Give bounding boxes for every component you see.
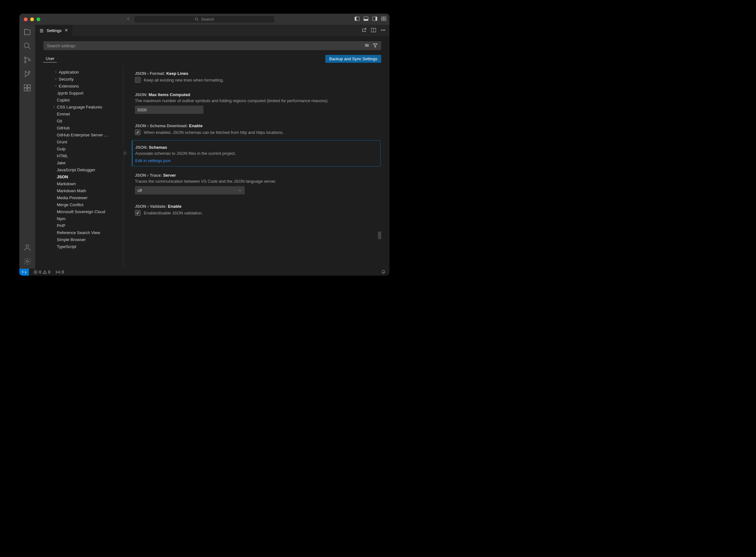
svg-rect-2 xyxy=(355,17,357,21)
svg-rect-16 xyxy=(24,85,27,88)
toggle-primary-sidebar-icon[interactable] xyxy=(355,16,360,22)
vscode-window: Search Settings xyxy=(19,13,389,276)
svg-rect-8 xyxy=(384,17,386,19)
search-icon[interactable] xyxy=(23,42,31,50)
svg-rect-6 xyxy=(375,17,377,21)
activity-bar xyxy=(19,25,35,269)
setting-json-schema-download: JSON › Schema Download: Enable When enab… xyxy=(132,119,381,138)
window-minimize-button[interactable] xyxy=(30,18,34,21)
svg-rect-9 xyxy=(382,19,383,21)
svg-point-29 xyxy=(384,29,385,30)
source-control-icon[interactable] xyxy=(23,56,31,64)
select-trace-server[interactable]: off xyxy=(135,186,245,195)
open-settings-json-icon[interactable] xyxy=(362,28,367,34)
toc-item[interactable]: Jake xyxy=(44,159,123,166)
explorer-icon[interactable] xyxy=(23,28,31,36)
toggle-panel-icon[interactable] xyxy=(363,16,368,22)
tab-close-button[interactable] xyxy=(64,28,68,33)
input-max-items[interactable] xyxy=(135,106,203,114)
svg-point-22 xyxy=(40,29,41,30)
toc-item[interactable]: Gulp xyxy=(44,145,123,152)
run-debug-icon[interactable] xyxy=(23,70,31,78)
toc-item[interactable]: JavaScript Debugger xyxy=(44,166,123,173)
tab-label: Settings xyxy=(47,28,62,33)
toc-item[interactable]: Markdown xyxy=(44,180,123,187)
search-placeholder: Search xyxy=(201,17,214,22)
toc-item-json[interactable]: JSON xyxy=(44,173,123,180)
settings-toc: Application Security Extensions .ipynb S… xyxy=(44,67,123,269)
svg-point-15 xyxy=(29,71,30,72)
error-icon xyxy=(33,270,38,274)
toc-item[interactable]: CSS Language Features xyxy=(44,104,123,110)
svg-point-14 xyxy=(29,59,30,61)
svg-rect-4 xyxy=(364,19,368,21)
search-icon xyxy=(195,17,199,22)
scrollbar-thumb[interactable] xyxy=(378,232,381,239)
extensions-icon[interactable] xyxy=(23,84,31,92)
ports-indicator[interactable]: 0 xyxy=(55,269,65,276)
window-close-button[interactable] xyxy=(24,18,28,21)
accounts-icon[interactable] xyxy=(23,243,31,252)
tab-settings[interactable]: Settings xyxy=(35,25,73,36)
toc-item[interactable]: Markdown Math xyxy=(44,187,123,194)
customize-layout-icon[interactable] xyxy=(381,16,386,22)
setting-json-trace-server: JSON › Trace: Server Traces the communic… xyxy=(132,169,381,198)
setting-json-validate: JSON › Validate: Enable Enable/disable J… xyxy=(132,200,381,219)
settings-list[interactable]: JSON › Format: Keep Lines Keep all exist… xyxy=(123,67,381,269)
toc-item[interactable]: Merge Conflict xyxy=(44,201,123,208)
nav-back-button[interactable] xyxy=(126,16,131,22)
toc-item[interactable]: Grunt xyxy=(44,138,123,145)
svg-rect-17 xyxy=(28,85,30,88)
more-actions-icon[interactable] xyxy=(381,28,386,34)
toc-item[interactable]: Copilot xyxy=(44,96,123,104)
filter-icon[interactable] xyxy=(373,43,378,49)
svg-point-0 xyxy=(196,18,198,20)
command-center-search[interactable]: Search xyxy=(134,16,275,23)
svg-point-23 xyxy=(42,30,43,31)
svg-point-21 xyxy=(26,260,29,263)
toc-item[interactable]: GitHub xyxy=(44,124,123,131)
toc-item[interactable]: TypeScript xyxy=(44,243,123,250)
toc-item[interactable]: Microsoft Sovereign Cloud xyxy=(44,208,123,215)
toc-item[interactable]: Reference Search View xyxy=(44,229,123,236)
status-bar: 0 0 0 xyxy=(19,269,389,276)
toc-security[interactable]: Security xyxy=(44,76,123,83)
toc-item[interactable]: Media Previewer xyxy=(44,194,123,201)
toc-item[interactable]: Git xyxy=(44,117,123,124)
toc-item[interactable]: .ipynb Support xyxy=(44,89,123,96)
checkbox-validate[interactable] xyxy=(135,210,141,216)
toc-item[interactable]: HTML xyxy=(44,152,123,159)
remote-indicator[interactable] xyxy=(19,269,29,276)
toc-item[interactable]: PHP xyxy=(44,222,123,229)
setting-gear-icon[interactable] xyxy=(123,150,127,156)
toc-item[interactable]: Emmet xyxy=(44,110,123,117)
svg-point-27 xyxy=(381,29,382,30)
toc-extensions[interactable]: Extensions xyxy=(44,83,123,89)
settings-tab-icon xyxy=(39,28,44,33)
svg-point-20 xyxy=(26,244,29,247)
toggle-secondary-sidebar-icon[interactable] xyxy=(372,16,377,22)
svg-point-30 xyxy=(124,152,125,153)
toc-application[interactable]: Application xyxy=(44,68,123,76)
svg-point-12 xyxy=(24,57,26,59)
problems-indicator[interactable]: 0 0 xyxy=(32,269,51,276)
split-editor-icon[interactable] xyxy=(371,28,376,34)
toc-item[interactable]: Npm xyxy=(44,215,123,222)
window-maximize-button[interactable] xyxy=(36,18,40,21)
notifications-bell-icon[interactable] xyxy=(381,270,386,275)
svg-point-24 xyxy=(41,32,41,32)
clear-search-icon[interactable] xyxy=(364,43,369,49)
manage-gear-icon[interactable] xyxy=(23,257,31,265)
checkbox-keep-lines[interactable] xyxy=(135,77,141,83)
edit-in-settings-json-link[interactable]: Edit in settings.json xyxy=(135,158,377,163)
backup-sync-button[interactable]: Backup and Sync Settings xyxy=(325,55,381,63)
scope-tab-user[interactable]: User xyxy=(43,55,57,62)
toc-item[interactable]: GitHub Enterprise Server … xyxy=(44,131,123,138)
svg-rect-7 xyxy=(382,17,383,19)
chevron-down-icon xyxy=(238,188,242,193)
settings-search-input[interactable]: Search settings xyxy=(44,41,381,50)
toc-item[interactable]: Simple Browser xyxy=(44,236,123,243)
svg-rect-10 xyxy=(384,19,386,21)
checkbox-schema-download[interactable] xyxy=(135,129,141,135)
setting-json-schemas[interactable]: JSON: Schemas Associate schemas to JSON … xyxy=(132,140,381,167)
